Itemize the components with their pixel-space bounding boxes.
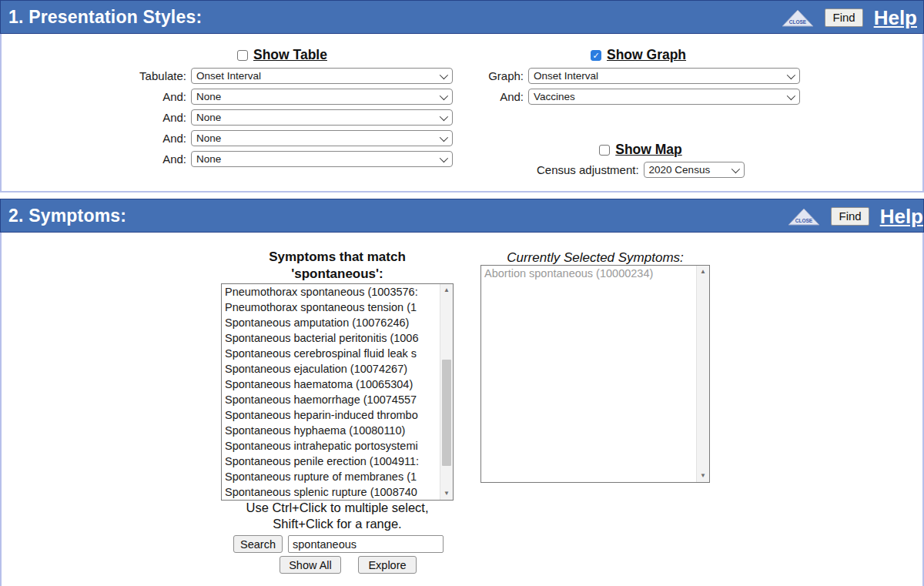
symptom-option[interactable]: Pneumothorax spontaneous (1003576: (223, 284, 439, 300)
symptom-option[interactable]: Spontaneous intrahepatic portosystemi (223, 438, 439, 454)
show-graph-label[interactable]: Show Graph (607, 47, 686, 63)
presentation-styles-header: 1. Presentation Styles: CLOSE Find Help (0, 0, 924, 34)
row-select[interactable]: None (191, 109, 453, 126)
chevron-down-icon (440, 132, 448, 141)
row-select[interactable]: None (191, 130, 453, 146)
symptom-option[interactable]: Spontaneous haemorrhage (10074557 (223, 392, 439, 407)
svg-text:CLOSE: CLOSE (789, 19, 807, 25)
chevron-down-icon (787, 91, 795, 99)
row-label: And: (125, 132, 186, 145)
show-table-label[interactable]: Show Table (253, 47, 327, 63)
header-actions: CLOSE Find Help (788, 199, 923, 233)
scroll-up-icon[interactable]: ▲ (697, 266, 709, 278)
find-button[interactable]: Find (831, 207, 869, 226)
row-label: Tabulate: (125, 69, 186, 82)
heading-line2: 'spontaneous': (221, 266, 454, 283)
symptom-option[interactable]: Spontaneous amputation (10076246) (223, 315, 439, 330)
row-label: And: (125, 90, 186, 103)
tabulate-row: And: None (125, 130, 456, 146)
select-value: None (196, 112, 221, 123)
chevron-down-icon (440, 70, 448, 79)
chevron-down-icon (787, 70, 795, 79)
search-input[interactable] (288, 535, 444, 553)
chevron-down-icon (440, 153, 448, 162)
help-link[interactable]: Help (880, 206, 923, 226)
show-map-toggle: Show Map (599, 142, 682, 158)
show-map-wrap: Show Map (481, 142, 800, 158)
symptoms-scrollbar: ▲ ▼ (440, 284, 453, 500)
close-triangle-icon: CLOSE (788, 208, 820, 226)
symptom-option[interactable]: Spontaneous haematoma (10065304) (223, 377, 439, 392)
show-table-toggle: Show Table (237, 47, 327, 63)
symptom-option[interactable]: Spontaneous ejaculation (10074267) (223, 361, 439, 377)
show-graph-checkbox[interactable] (591, 50, 601, 61)
show-table-checkbox[interactable] (237, 50, 248, 61)
symptom-option[interactable]: Spontaneous hyphaema (10080110) (223, 423, 439, 438)
instructions-line1: Use Ctrl+Click to multiple select, (194, 500, 480, 516)
select-value: None (196, 153, 221, 165)
scrollbar-thumb[interactable] (442, 360, 451, 466)
heading-line1: Symptoms that match (221, 249, 454, 266)
show-map-label[interactable]: Show Map (615, 142, 682, 158)
census-row: Census adjustment: 2020 Census (481, 162, 800, 178)
selected-scrollbar: ▲ ▼ (696, 266, 709, 482)
symptom-option[interactable]: Pneumothorax spontaneous tension (1 (223, 300, 439, 315)
symptom-option[interactable]: Spontaneous cerebrospinal fluid leak s (223, 346, 439, 361)
select-value: None (196, 91, 221, 102)
row-label: And: (125, 152, 186, 166)
select-value: Onset Interval (534, 70, 598, 82)
select-value: None (196, 132, 221, 144)
symptoms-listbox[interactable]: Pneumothorax spontaneous (1003576:Pneumo… (221, 283, 454, 501)
chevron-down-icon (731, 164, 739, 172)
symptom-option[interactable]: Spontaneous splenic rupture (1008740 (223, 484, 439, 500)
show-map-checkbox[interactable] (599, 145, 610, 156)
tabulate-row: And: None (125, 151, 456, 167)
close-button[interactable]: CLOSE (782, 9, 814, 27)
row-select[interactable]: None (191, 151, 453, 167)
close-button[interactable]: CLOSE (788, 208, 820, 226)
instructions-line2: Shift+Click for a range. (194, 516, 480, 532)
row-label: Graph: (481, 69, 524, 82)
selected-symptom-option[interactable]: Abortion spontaneous (10000234) (482, 266, 695, 281)
symptoms-match-heading: Symptoms that match 'spontaneous': (221, 249, 454, 283)
graph-column: Graph: Onset Interval And: Vaccines Show… (481, 68, 800, 178)
scroll-up-icon[interactable]: ▲ (440, 284, 453, 296)
search-button[interactable]: Search (233, 535, 283, 553)
help-link[interactable]: Help (874, 8, 917, 28)
explore-button[interactable]: Explore (358, 556, 417, 574)
selected-options: Abortion spontaneous (10000234) (482, 266, 695, 482)
selected-symptoms-listbox[interactable]: Abortion spontaneous (10000234) ▲ ▼ (480, 265, 710, 483)
symptom-option[interactable]: Spontaneous bacterial peritonitis (1006 (223, 330, 439, 346)
tabulate-row: And: None (125, 89, 456, 105)
graph-row: And: Vaccines (481, 89, 800, 105)
header-actions: CLOSE Find Help (782, 1, 917, 35)
symptoms-options: Pneumothorax spontaneous (1003576:Pneumo… (223, 284, 439, 500)
svg-text:CLOSE: CLOSE (795, 218, 813, 223)
symptoms-section: 2. Symptoms: CLOSE Find Help Symptoms th… (0, 199, 924, 586)
select-value: Vaccines (534, 91, 575, 102)
census-select[interactable]: 2020 Census (644, 162, 745, 178)
find-button[interactable]: Find (825, 8, 862, 27)
tabulate-rows: Tabulate: Onset Interval And: None And: … (125, 68, 456, 172)
tabulate-row: And: None (125, 109, 456, 126)
scroll-down-icon[interactable]: ▼ (697, 470, 709, 482)
close-triangle-icon: CLOSE (782, 9, 814, 27)
section-title: 1. Presentation Styles: (1, 7, 202, 28)
row-select[interactable]: None (191, 89, 453, 105)
select-value: 2020 Census (649, 164, 711, 176)
symptom-option[interactable]: Spontaneous rupture of membranes (1 (223, 469, 439, 484)
show-all-button[interactable]: Show All (280, 556, 341, 574)
census-label: Census adjustment: (537, 163, 639, 176)
symptom-option[interactable]: Spontaneous heparin-induced thrombo (223, 407, 439, 423)
show-graph-toggle: Show Graph (591, 47, 686, 63)
row-select[interactable]: Onset Interval (191, 68, 453, 84)
row-select[interactable]: Onset Interval (528, 68, 800, 84)
selected-symptoms-heading: Currently Selected Symptoms: (480, 249, 710, 266)
row-select[interactable]: Vaccines (528, 89, 800, 105)
symptom-option[interactable]: Spontaneous penile erection (1004911: (223, 454, 439, 469)
graph-rows: Graph: Onset Interval And: Vaccines (481, 68, 800, 105)
graph-row: Graph: Onset Interval (481, 68, 800, 84)
scroll-down-icon[interactable]: ▼ (440, 487, 453, 500)
section-title: 2. Symptoms: (1, 206, 126, 226)
tabulate-row: Tabulate: Onset Interval (125, 68, 456, 84)
